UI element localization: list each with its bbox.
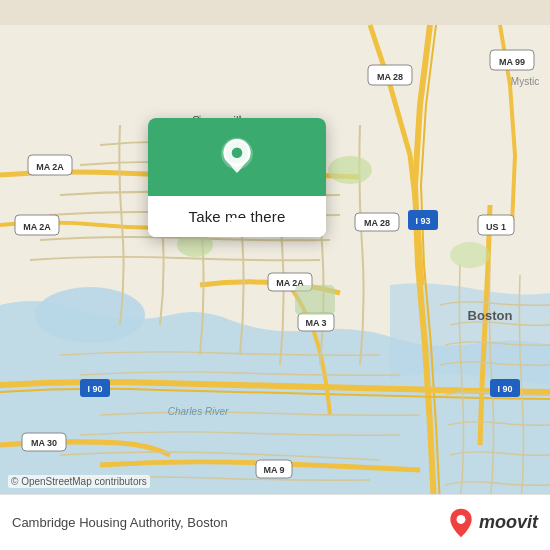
svg-text:Boston: Boston xyxy=(468,308,513,323)
svg-text:I 90: I 90 xyxy=(87,384,102,394)
svg-text:MA 3: MA 3 xyxy=(305,318,326,328)
moovit-pin-icon xyxy=(447,507,475,539)
svg-point-33 xyxy=(328,156,372,184)
map-background: MA 2A MA 2A MA 28 MA 99 I 93 US 1 MA 2A … xyxy=(0,0,550,550)
popup-icon-area xyxy=(148,118,326,196)
svg-text:US 1: US 1 xyxy=(486,222,506,232)
svg-text:MA 2A: MA 2A xyxy=(23,222,51,232)
svg-text:MA 28: MA 28 xyxy=(377,72,403,82)
osm-credit: © OpenStreetMap contributors xyxy=(8,475,150,488)
svg-text:Mystic: Mystic xyxy=(511,76,539,87)
moovit-text: moovit xyxy=(479,512,538,533)
svg-text:I 93: I 93 xyxy=(415,216,430,226)
svg-point-39 xyxy=(232,147,243,158)
popup-pointer xyxy=(228,218,252,232)
bottom-bar: Cambridge Housing Authority, Boston moov… xyxy=(0,494,550,550)
svg-point-34 xyxy=(450,242,490,268)
svg-text:MA 28: MA 28 xyxy=(364,218,390,228)
svg-text:I 90: I 90 xyxy=(497,384,512,394)
location-pin-icon xyxy=(215,136,259,180)
svg-text:MA 30: MA 30 xyxy=(31,438,57,448)
location-label: Cambridge Housing Authority, Boston xyxy=(12,515,447,530)
moovit-logo: moovit xyxy=(447,507,538,539)
svg-text:MA 9: MA 9 xyxy=(263,465,284,475)
svg-point-40 xyxy=(457,515,466,524)
map-container: MA 2A MA 2A MA 28 MA 99 I 93 US 1 MA 2A … xyxy=(0,0,550,550)
svg-text:MA 99: MA 99 xyxy=(499,57,525,67)
svg-text:MA 2A: MA 2A xyxy=(36,162,64,172)
svg-rect-35 xyxy=(295,285,335,315)
svg-text:Charles River: Charles River xyxy=(168,406,229,417)
